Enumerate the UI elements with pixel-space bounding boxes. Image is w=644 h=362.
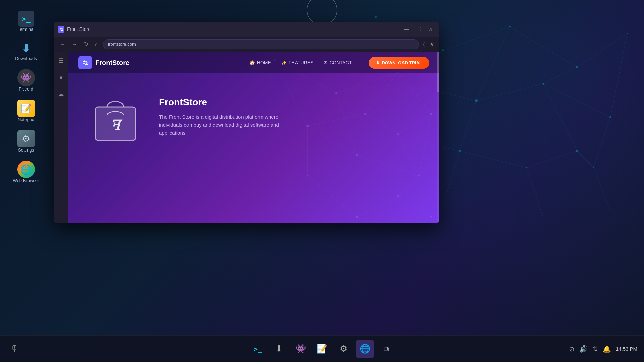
svg-point-27 bbox=[576, 66, 578, 68]
svg-point-25 bbox=[442, 49, 444, 51]
window-controls: — ⛶ ✕ bbox=[402, 24, 435, 34]
svg-line-13 bbox=[460, 101, 476, 151]
svg-point-37 bbox=[593, 167, 594, 168]
browser-window: 🛍 Front Store — ⛶ ✕ ← → ↻ ⌂ 〈 ★ ☰ ★ ☁ bbox=[54, 22, 439, 223]
nav-home-link[interactable]: 🏠 HOME bbox=[249, 60, 271, 65]
home-button[interactable]: ⌂ bbox=[93, 40, 100, 49]
svg-point-35 bbox=[526, 167, 527, 168]
nav-features-link[interactable]: ✨ FEATURES bbox=[281, 60, 314, 65]
browser-sidebar: ☰ ★ ☁ bbox=[54, 52, 68, 223]
svg-line-23 bbox=[594, 168, 610, 211]
sidebar-label-fiscord: Fiscord bbox=[19, 86, 33, 92]
taskbar-multitask[interactable]: ⧉ bbox=[377, 340, 396, 358]
sidebar-label-settings: Settings bbox=[18, 147, 34, 153]
url-input[interactable] bbox=[103, 39, 419, 49]
clock-widget bbox=[302, 0, 342, 22]
downloads-icon: ⬇ bbox=[18, 40, 34, 56]
volume-icon[interactable]: 🔊 bbox=[579, 345, 588, 353]
browser-sidebar-sync[interactable]: ☁ bbox=[56, 89, 66, 100]
webbrowser-icon: 🌐 bbox=[17, 161, 35, 178]
sidebar-item-downloads[interactable]: ⬇ Downloads bbox=[6, 36, 46, 65]
taskbar-terminal[interactable]: >_ bbox=[248, 340, 267, 358]
nav-contact-link[interactable]: ✉ CONTACT bbox=[324, 60, 352, 65]
sidebar-item-settings[interactable]: ⚙ Settings bbox=[6, 126, 46, 157]
maximize-button[interactable]: ⛶ bbox=[414, 24, 423, 34]
svg-line-17 bbox=[460, 151, 527, 168]
sidebar-toggle-icon[interactable]: 〈 bbox=[422, 40, 426, 49]
svg-point-32 bbox=[609, 116, 611, 118]
sidebar-label-terminal: Terminal bbox=[18, 27, 34, 32]
refresh-button[interactable]: ↻ bbox=[82, 40, 90, 49]
taskbar-fiscord[interactable]: 👾 bbox=[291, 340, 310, 358]
download-trial-button[interactable]: ⬇ DOWNLOAD TRIAL bbox=[369, 57, 429, 69]
sidebar-item-terminal[interactable]: >_ Terminal bbox=[6, 7, 46, 36]
notepad-icon: 📝 bbox=[17, 100, 35, 117]
taskbar-notepad[interactable]: 📝 bbox=[313, 340, 331, 358]
bookmark-icon[interactable]: ★ bbox=[428, 40, 435, 49]
browser-window-title: Front Store bbox=[67, 26, 399, 32]
home-nav-label: HOME bbox=[257, 60, 271, 65]
svg-line-56 bbox=[398, 196, 431, 217]
taskbar-center: >_ ⬇ 👾 📝 ⚙ 🌐 ⧉ bbox=[248, 340, 396, 358]
svg-line-3 bbox=[577, 34, 627, 67]
svg-line-1 bbox=[443, 27, 510, 50]
svg-line-55 bbox=[357, 196, 398, 217]
web-content: 🛍 FrontStore 🏠 HOME ✨ FEATURES ✉ CONTACT bbox=[68, 52, 439, 223]
site-nav-links: 🏠 HOME ✨ FEATURES ✉ CONTACT ⬇ DOWNLOAD T… bbox=[249, 57, 429, 69]
features-nav-label: FEATURES bbox=[289, 60, 314, 65]
svg-point-31 bbox=[542, 83, 544, 85]
scrollbar-track[interactable] bbox=[437, 52, 439, 223]
svg-line-6 bbox=[476, 84, 543, 101]
podcast-button[interactable]: 🎙 bbox=[7, 341, 23, 357]
browser-sidebar-menu[interactable]: ☰ bbox=[56, 55, 66, 66]
taskbar-webbrowser[interactable]: 🌐 bbox=[356, 340, 374, 358]
hero-description: The Front Store is a digital distributio… bbox=[159, 113, 300, 137]
site-logo: 🛍 FrontStore bbox=[78, 56, 129, 69]
system-time: 14:53 PM bbox=[616, 346, 637, 352]
close-button[interactable]: ✕ bbox=[426, 24, 435, 34]
address-bar: ← → ↻ ⌂ 〈 ★ bbox=[54, 37, 439, 52]
sidebar-item-fiscord[interactable]: 👾 Fiscord bbox=[6, 65, 46, 96]
browser-favicon: 🛍 bbox=[58, 26, 64, 33]
features-nav-icon: ✨ bbox=[281, 60, 287, 65]
minimize-button[interactable]: — bbox=[402, 24, 411, 34]
hero-title: FrontStore bbox=[159, 97, 300, 108]
download-trial-label: DOWNLOAD TRIAL bbox=[382, 60, 422, 65]
scrollbar-thumb[interactable] bbox=[437, 52, 439, 92]
taskbar: 🎙 >_ ⬇ 👾 📝 ⚙ 🌐 ⧉ ⊙ 🔊 ⇅ 🔔 14:53 PM bbox=[0, 335, 644, 362]
svg-line-15 bbox=[594, 117, 610, 168]
svg-line-21 bbox=[443, 151, 460, 208]
sidebar-label-notepad: Notepad bbox=[18, 117, 34, 122]
sidebar-apps: >_ Terminal ⬇ Downloads 👾 Fiscord 📝 Note… bbox=[0, 0, 52, 228]
taskbar-downloads[interactable]: ⬇ bbox=[270, 340, 288, 358]
sidebar-item-notepad[interactable]: 📝 Notepad bbox=[6, 96, 46, 126]
svg-line-11 bbox=[543, 67, 577, 84]
sidebar-label-webbrowser: Web Browser bbox=[13, 178, 39, 183]
forward-button[interactable]: → bbox=[70, 40, 79, 49]
taskbar-settings[interactable]: ⚙ bbox=[334, 340, 353, 358]
svg-point-26 bbox=[509, 26, 511, 27]
taskbar-right: ⊙ 🔊 ⇅ 🔔 14:53 PM bbox=[569, 345, 637, 353]
display-icon[interactable]: ⊙ bbox=[569, 345, 575, 353]
svg-line-22 bbox=[527, 168, 543, 218]
browser-sidebar-favorites[interactable]: ★ bbox=[56, 72, 66, 83]
site-logo-text: FrontStore bbox=[95, 59, 129, 67]
svg-point-70 bbox=[356, 216, 358, 218]
svg-point-28 bbox=[627, 33, 628, 34]
site-logo-icon: 🛍 bbox=[78, 56, 92, 69]
settings-icon: ⚙ bbox=[17, 130, 35, 147]
svg-point-65 bbox=[418, 175, 420, 176]
back-button[interactable]: ← bbox=[58, 40, 67, 49]
contact-nav-icon: ✉ bbox=[324, 60, 328, 65]
svg-line-59 bbox=[398, 176, 419, 196]
svg-point-30 bbox=[475, 99, 478, 102]
svg-line-7 bbox=[543, 84, 610, 117]
svg-line-14 bbox=[543, 84, 577, 151]
svg-point-69 bbox=[307, 175, 308, 176]
sidebar-item-webbrowser[interactable]: 🌐 Web Browser bbox=[6, 157, 46, 187]
notification-icon[interactable]: 🔔 bbox=[603, 345, 611, 353]
share-icon[interactable]: ⇅ bbox=[592, 345, 598, 353]
svg-line-54 bbox=[308, 176, 357, 217]
address-bar-icons: 〈 ★ bbox=[422, 40, 435, 49]
download-trial-icon: ⬇ bbox=[376, 60, 380, 65]
